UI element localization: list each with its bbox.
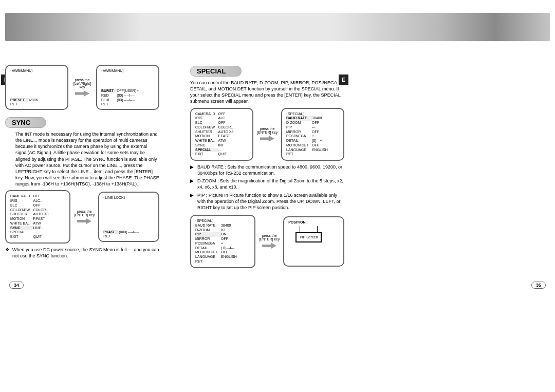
- page-numbers: 34 35: [5, 282, 550, 289]
- pip-arrow: press the [ENTER] key: [257, 234, 281, 249]
- pip-diagram: ⟨SPECIAL⟩ BAUD RATE38400D-ZOOMX2PIPON..M…: [190, 215, 344, 268]
- menu-title: ⟨AWB/MANU⟩: [10, 69, 63, 73]
- sync-paragraph: The INT mode is necessary for using the …: [15, 131, 159, 187]
- menu-title: POSITION..: [288, 220, 339, 225]
- sync-arrow: press the [ENTER] key: [72, 210, 96, 225]
- bullet-dzoom: D-ZOOM : Sets the magnification of the D…: [197, 178, 344, 190]
- menu-title: ⟨SPECIAL⟩: [195, 219, 250, 223]
- right-tab: E: [339, 74, 348, 85]
- arrow-icon: [262, 242, 276, 249]
- arrow-icon: [75, 90, 89, 97]
- pip-box-1: ⟨SPECIAL⟩ BAUD RATE38400D-ZOOMX2PIPON..M…: [190, 215, 255, 268]
- right-page: E SPECIAL You can control the BAUD RATE,…: [190, 62, 344, 271]
- left-page: E ⟨AWB/MANU⟩ PRESET3200K RET press the […: [5, 62, 159, 271]
- menu-title: ⟨LINE LOCK⟩: [103, 196, 154, 200]
- special-box-1: CAMERA IDOFFIRISALC..BLCOFFCOLOR/BWCOLOR…: [190, 108, 253, 161]
- pip-box-2: POSITION.. PIP Screen: [283, 216, 344, 267]
- awb-diagram: ⟨AWB/MANU⟩ PRESET3200K RET press the [Le…: [5, 65, 159, 110]
- special-diagram: CAMERA IDOFFIRISALC..BLCOFFCOLOR/BWCOLOR…: [190, 108, 344, 161]
- bullet-pip: PIP : Picture In Picture function to sho…: [197, 192, 344, 211]
- special-box-2: ⟨SPECIAL⟩ BAUD RATE38400D-ZOOMOFFPIP---M…: [281, 108, 344, 161]
- awb-arrow: press the [Left/Right] key: [70, 78, 94, 97]
- awb-box-1: ⟨AWB/MANU⟩ PRESET3200K RET: [5, 65, 68, 110]
- sync-diagram: CAMERA IDOFFIRISALC..BLCOFFCOLOR/BWCOLOR…: [5, 190, 159, 244]
- arrow-icon: [77, 218, 91, 225]
- special-heading: SPECIAL: [190, 66, 242, 77]
- sync-box-2: ⟨LINE LOCK⟩ PHASE(000) ----I---- RET: [98, 192, 159, 242]
- bullet-list: ▶BAUD RATE : Sets the communication spee…: [190, 164, 344, 211]
- page-no-right: 35: [531, 282, 546, 289]
- sync-box-1: CAMERA IDOFFIRISALC..BLCOFFCOLOR/BWCOLOR…: [5, 190, 70, 244]
- pip-screen-box: PIP Screen: [295, 232, 322, 243]
- special-paragraph: You can control the BAUD RATE, D-ZOOM, P…: [190, 80, 344, 105]
- page-no-left: 34: [9, 282, 24, 289]
- menu-title: ⟨AWB/MANU⟩: [101, 69, 154, 73]
- bullet-baud: BAUD RATE : Sets the communication speed…: [197, 164, 344, 176]
- special-arrow: press the [ENTER] key: [255, 127, 279, 142]
- sync-footnote: ❖ When you use DC power source, the SYNC…: [5, 247, 159, 259]
- menu-title: ⟨SPECIAL⟩: [286, 112, 339, 117]
- sync-heading: SYNC: [5, 117, 46, 128]
- header-gradient: [5, 13, 550, 41]
- awb-box-2: ⟨AWB/MANU⟩ BURSTOFF(USER)← RED(00) ----I…: [96, 65, 159, 110]
- arrow-icon: [260, 136, 274, 142]
